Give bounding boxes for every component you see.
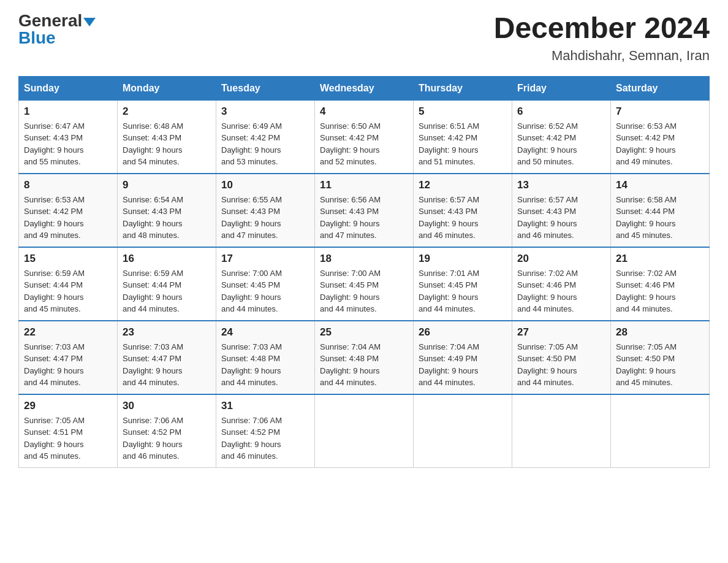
- table-row: 16 Sunrise: 6:59 AM Sunset: 4:44 PM Dayl…: [118, 247, 216, 321]
- logo: General Blue: [18, 12, 96, 47]
- col-friday: Friday: [512, 76, 611, 100]
- logo-general-text: General: [18, 11, 82, 30]
- day-number: 26: [419, 326, 507, 339]
- day-number: 12: [419, 179, 507, 191]
- day-info: Sunrise: 7:00 AM Sunset: 4:45 PM Dayligh…: [221, 267, 309, 315]
- day-info: Sunrise: 7:05 AM Sunset: 4:50 PM Dayligh…: [517, 341, 605, 389]
- day-number: 30: [123, 400, 211, 412]
- day-number: 21: [616, 253, 704, 265]
- title-block: December 2024 Mahdishahr, Semnan, Iran: [494, 12, 710, 64]
- day-info: Sunrise: 7:00 AM Sunset: 4:45 PM Dayligh…: [320, 267, 408, 315]
- day-info: Sunrise: 7:03 AM Sunset: 4:47 PM Dayligh…: [123, 341, 211, 389]
- table-row: 29 Sunrise: 7:05 AM Sunset: 4:51 PM Dayl…: [19, 394, 118, 468]
- day-info: Sunrise: 7:02 AM Sunset: 4:46 PM Dayligh…: [517, 267, 605, 315]
- day-info: Sunrise: 7:01 AM Sunset: 4:45 PM Dayligh…: [419, 267, 507, 315]
- day-number: 14: [616, 179, 704, 191]
- calendar-header-row: Sunday Monday Tuesday Wednesday Thursday…: [19, 76, 710, 100]
- table-row: 20 Sunrise: 7:02 AM Sunset: 4:46 PM Dayl…: [512, 247, 611, 321]
- day-number: 5: [419, 105, 507, 118]
- day-number: 25: [320, 326, 408, 339]
- table-row: 10 Sunrise: 6:55 AM Sunset: 4:43 PM Dayl…: [216, 174, 315, 247]
- table-row: 7 Sunrise: 6:53 AM Sunset: 4:42 PM Dayli…: [611, 100, 710, 174]
- table-row: 8 Sunrise: 6:53 AM Sunset: 4:42 PM Dayli…: [19, 174, 118, 247]
- day-number: 4: [320, 105, 408, 118]
- col-sunday: Sunday: [19, 76, 118, 100]
- table-row: [414, 394, 512, 468]
- table-row: 30 Sunrise: 7:06 AM Sunset: 4:52 PM Dayl…: [118, 394, 216, 468]
- day-number: 17: [221, 253, 309, 265]
- day-info: Sunrise: 6:53 AM Sunset: 4:42 PM Dayligh…: [24, 194, 112, 242]
- table-row: 3 Sunrise: 6:49 AM Sunset: 4:42 PM Dayli…: [216, 100, 315, 174]
- table-row: 5 Sunrise: 6:51 AM Sunset: 4:42 PM Dayli…: [414, 100, 512, 174]
- table-row: 26 Sunrise: 7:04 AM Sunset: 4:49 PM Dayl…: [414, 321, 512, 394]
- day-info: Sunrise: 6:56 AM Sunset: 4:43 PM Dayligh…: [320, 194, 408, 242]
- table-row: 17 Sunrise: 7:00 AM Sunset: 4:45 PM Dayl…: [216, 247, 315, 321]
- day-info: Sunrise: 6:55 AM Sunset: 4:43 PM Dayligh…: [221, 194, 309, 242]
- table-row: 11 Sunrise: 6:56 AM Sunset: 4:43 PM Dayl…: [315, 174, 414, 247]
- day-number: 6: [517, 105, 605, 118]
- day-number: 29: [24, 400, 112, 412]
- day-info: Sunrise: 6:57 AM Sunset: 4:43 PM Dayligh…: [419, 194, 507, 242]
- day-info: Sunrise: 6:59 AM Sunset: 4:44 PM Dayligh…: [123, 267, 211, 315]
- page-header: General Blue December 2024 Mahdishahr, S…: [18, 12, 710, 64]
- day-number: 19: [419, 253, 507, 265]
- day-info: Sunrise: 7:05 AM Sunset: 4:50 PM Dayligh…: [616, 341, 704, 389]
- table-row: 23 Sunrise: 7:03 AM Sunset: 4:47 PM Dayl…: [118, 321, 216, 394]
- table-row: 19 Sunrise: 7:01 AM Sunset: 4:45 PM Dayl…: [414, 247, 512, 321]
- table-row: 1 Sunrise: 6:47 AM Sunset: 4:43 PM Dayli…: [19, 100, 118, 174]
- day-number: 11: [320, 179, 408, 191]
- day-info: Sunrise: 6:54 AM Sunset: 4:43 PM Dayligh…: [123, 194, 211, 242]
- logo-top-row: General: [18, 12, 96, 29]
- day-number: 22: [24, 326, 112, 339]
- day-info: Sunrise: 6:59 AM Sunset: 4:44 PM Dayligh…: [24, 267, 112, 315]
- table-row: 31 Sunrise: 7:06 AM Sunset: 4:52 PM Dayl…: [216, 394, 315, 468]
- col-thursday: Thursday: [414, 76, 512, 100]
- day-number: 23: [123, 326, 211, 339]
- day-number: 9: [123, 179, 211, 191]
- day-number: 3: [221, 105, 309, 118]
- month-title: December 2024: [494, 12, 710, 45]
- table-row: 27 Sunrise: 7:05 AM Sunset: 4:50 PM Dayl…: [512, 321, 611, 394]
- table-row: 9 Sunrise: 6:54 AM Sunset: 4:43 PM Dayli…: [118, 174, 216, 247]
- table-row: 28 Sunrise: 7:05 AM Sunset: 4:50 PM Dayl…: [611, 321, 710, 394]
- day-number: 24: [221, 326, 309, 339]
- day-info: Sunrise: 6:58 AM Sunset: 4:44 PM Dayligh…: [616, 194, 704, 242]
- day-info: Sunrise: 7:04 AM Sunset: 4:48 PM Dayligh…: [320, 341, 408, 389]
- day-info: Sunrise: 6:57 AM Sunset: 4:43 PM Dayligh…: [517, 194, 605, 242]
- day-number: 27: [517, 326, 605, 339]
- table-row: 6 Sunrise: 6:52 AM Sunset: 4:42 PM Dayli…: [512, 100, 611, 174]
- logo-blue-text: Blue: [18, 28, 56, 47]
- day-info: Sunrise: 6:49 AM Sunset: 4:42 PM Dayligh…: [221, 120, 309, 168]
- day-info: Sunrise: 7:04 AM Sunset: 4:49 PM Dayligh…: [419, 341, 507, 389]
- day-info: Sunrise: 7:02 AM Sunset: 4:46 PM Dayligh…: [616, 267, 704, 315]
- table-row: [512, 394, 611, 468]
- table-row: 4 Sunrise: 6:50 AM Sunset: 4:42 PM Dayli…: [315, 100, 414, 174]
- table-row: 22 Sunrise: 7:03 AM Sunset: 4:47 PM Dayl…: [19, 321, 118, 394]
- table-row: 2 Sunrise: 6:48 AM Sunset: 4:43 PM Dayli…: [118, 100, 216, 174]
- day-number: 16: [123, 253, 211, 265]
- table-row: [611, 394, 710, 468]
- location-title: Mahdishahr, Semnan, Iran: [494, 48, 710, 64]
- day-info: Sunrise: 7:05 AM Sunset: 4:51 PM Dayligh…: [24, 415, 112, 462]
- day-number: 7: [616, 105, 704, 118]
- day-number: 2: [123, 105, 211, 118]
- table-row: 25 Sunrise: 7:04 AM Sunset: 4:48 PM Dayl…: [315, 321, 414, 394]
- day-number: 20: [517, 253, 605, 265]
- day-info: Sunrise: 7:03 AM Sunset: 4:47 PM Dayligh…: [24, 341, 112, 389]
- table-row: 18 Sunrise: 7:00 AM Sunset: 4:45 PM Dayl…: [315, 247, 414, 321]
- table-row: 13 Sunrise: 6:57 AM Sunset: 4:43 PM Dayl…: [512, 174, 611, 247]
- table-row: 24 Sunrise: 7:03 AM Sunset: 4:48 PM Dayl…: [216, 321, 315, 394]
- logo-triangle-icon: [83, 18, 96, 26]
- day-number: 1: [24, 105, 112, 118]
- table-row: 14 Sunrise: 6:58 AM Sunset: 4:44 PM Dayl…: [611, 174, 710, 247]
- day-info: Sunrise: 6:51 AM Sunset: 4:42 PM Dayligh…: [419, 120, 507, 168]
- day-info: Sunrise: 6:52 AM Sunset: 4:42 PM Dayligh…: [517, 120, 605, 168]
- table-row: 21 Sunrise: 7:02 AM Sunset: 4:46 PM Dayl…: [611, 247, 710, 321]
- col-monday: Monday: [118, 76, 216, 100]
- day-info: Sunrise: 6:53 AM Sunset: 4:42 PM Dayligh…: [616, 120, 704, 168]
- day-info: Sunrise: 6:47 AM Sunset: 4:43 PM Dayligh…: [24, 120, 112, 168]
- table-row: 15 Sunrise: 6:59 AM Sunset: 4:44 PM Dayl…: [19, 247, 118, 321]
- day-info: Sunrise: 6:50 AM Sunset: 4:42 PM Dayligh…: [320, 120, 408, 168]
- day-number: 8: [24, 179, 112, 191]
- col-wednesday: Wednesday: [315, 76, 414, 100]
